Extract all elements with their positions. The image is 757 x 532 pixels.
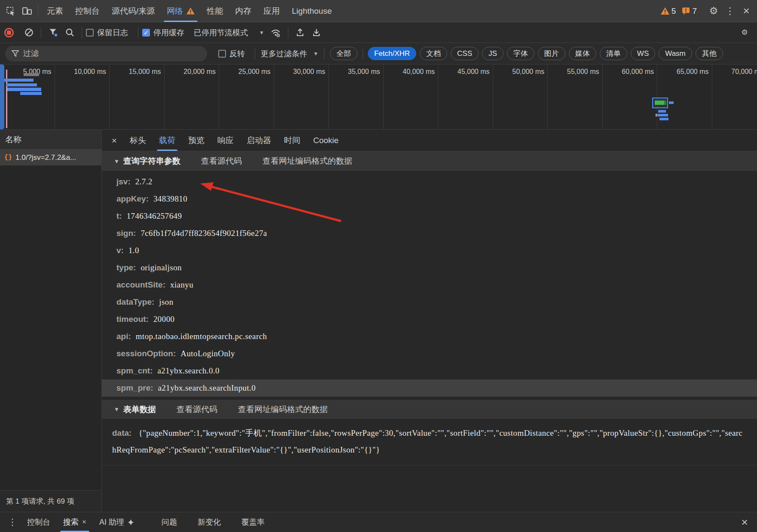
devtools-panel-tab[interactable]: 性能 [201, 0, 229, 22]
close-detail-pane-icon[interactable]: × [105, 130, 123, 151]
throttling-select[interactable]: 已停用节流模式 ▼ [194, 28, 264, 38]
timeline-tick-label: 20,000 ms [183, 68, 216, 75]
invert-label: 反转 [229, 49, 245, 59]
overview-event-marker [656, 114, 657, 116]
drawer-tab-coverage[interactable]: 覆盖率 [235, 512, 271, 532]
param-key: appKey: [116, 194, 149, 204]
import-har-icon[interactable] [292, 28, 308, 37]
param-value: mtop.taobao.idlemtopsearch.pc.search [136, 332, 267, 341]
export-har-icon[interactable] [308, 28, 325, 37]
filter-input-pill [5, 46, 207, 61]
disable-cache-checkbox[interactable]: ✓ [142, 29, 150, 37]
request-detail-tab[interactable]: 响应 [211, 130, 240, 151]
resource-type-chip[interactable]: 图片 [538, 47, 565, 60]
param-key: api: [116, 332, 131, 341]
inspect-element-icon[interactable] [3, 0, 19, 22]
resource-type-chip[interactable]: JS [482, 47, 504, 60]
param-row[interactable]: type: originaljson [102, 259, 757, 276]
resource-type-chip[interactable]: Wasm [659, 47, 692, 60]
param-row[interactable]: t: 1746346257649 [102, 208, 757, 225]
query-string-section-header: ▼ 查询字符串参数 查看源代码 查看网址编码格式的数据 [102, 151, 757, 171]
param-key: data: [112, 428, 131, 437]
more-tools-kebab-icon[interactable]: ⋮ [4, 512, 21, 532]
preserve-log-checkbox[interactable] [86, 29, 94, 37]
view-url-encoded-link[interactable]: 查看网址编码格式的数据 [238, 404, 328, 415]
close-devtools-icon[interactable]: × [738, 4, 754, 18]
tab-label: 元素 [47, 6, 63, 17]
network-overview-timeline[interactable]: 5,000 ms 10,000 ms 15,000 ms 20,000 ms 2… [0, 64, 757, 130]
search-network-icon[interactable] [61, 28, 78, 37]
issues-badge[interactable]: 7 [682, 6, 697, 16]
resource-type-chip[interactable]: CSS [451, 47, 479, 60]
console-warnings-badge[interactable]: 5 [661, 6, 676, 16]
param-key: timeout: [116, 315, 149, 324]
resource-type-chip[interactable]: 字体 [507, 47, 534, 60]
query-string-section-title[interactable]: ▼ 查询字符串参数 [114, 156, 180, 167]
request-detail-tab[interactable]: 时间 [278, 130, 307, 151]
network-conditions-icon[interactable] [268, 28, 284, 37]
close-drawer-icon[interactable]: × [736, 512, 753, 532]
device-toolbar-icon[interactable] [19, 0, 35, 22]
request-list-name-column-header[interactable]: 名称 [0, 130, 101, 150]
param-row[interactable]: jsv: 2.7.2 [102, 173, 757, 190]
param-row[interactable]: appKey: 34839810 [102, 190, 757, 208]
resource-type-chip[interactable]: Fetch/XHR [368, 47, 416, 60]
invert-filter-checkbox[interactable] [218, 50, 226, 58]
filter-toggle-icon[interactable] [45, 28, 61, 37]
resource-type-chip[interactable]: 其他 [696, 47, 723, 60]
request-detail-tab[interactable]: 标头 [123, 130, 153, 151]
record-network-log-button[interactable] [4, 28, 14, 37]
request-detail-tab[interactable]: 载荷 [153, 130, 182, 151]
request-detail-tab[interactable]: 启动器 [240, 130, 278, 151]
param-row[interactable]: sign: 7c6fb1f7d4d7ff823654f9021f56e27a [102, 225, 757, 242]
param-row[interactable]: v: 1.0 [102, 242, 757, 259]
param-value: a21ybx.search.searchInput.0 [158, 383, 256, 393]
form-data-row[interactable]: data: {"pageNumber":1,"keyword":"手机","fr… [102, 419, 757, 465]
param-row[interactable]: dataType: json [102, 294, 757, 311]
view-url-encoded-link[interactable]: 查看网址编码格式的数据 [263, 156, 352, 167]
devtools-panel-tab[interactable]: 控制台 [69, 0, 106, 22]
param-row[interactable]: accountSite: xianyu [102, 276, 757, 294]
clear-network-log-icon[interactable] [21, 28, 37, 37]
request-list-pane: 名称 {} 1.0/?jsv=2.7.2&a... 第 1 项请求, 共 69 … [0, 130, 102, 512]
request-detail-tab[interactable]: Cookie [307, 130, 345, 151]
view-source-link[interactable]: 查看源代码 [201, 156, 242, 167]
request-row-selected[interactable]: {} 1.0/?jsv=2.7.2&a... [0, 150, 101, 165]
devtools-panel-tab[interactable]: 应用 [257, 0, 286, 22]
param-row[interactable]: timeout: 20000 [102, 311, 757, 328]
devtools-panel-tab[interactable]: 内存 [229, 0, 257, 22]
view-source-link[interactable]: 查看源代码 [177, 404, 217, 415]
param-row[interactable]: sessionOption: AutoLoginOnly [102, 345, 757, 362]
param-key: spm_pre: [116, 383, 153, 393]
close-search-tab-icon[interactable]: × [82, 518, 86, 526]
network-settings-gear-icon[interactable]: ⚙ [736, 28, 753, 37]
more-filters-dropdown[interactable]: 更多过滤条件 ▼ [261, 49, 318, 59]
param-row[interactable]: spm_cnt: a21ybx.search.0.0 [102, 362, 757, 379]
drawer-tab-changes[interactable]: 新变化 [191, 512, 227, 532]
settings-gear-icon[interactable]: ⚙ [705, 5, 722, 17]
resource-type-chip[interactable]: 文档 [420, 47, 447, 60]
drawer-tab-ai-assistant[interactable]: AI 助理 [93, 512, 140, 532]
overview-range-handle[interactable] [0, 64, 4, 129]
param-row[interactable]: api: mtop.taobao.idlemtopsearch.pc.searc… [102, 328, 757, 345]
devtools-panel-tab[interactable]: 源代码/来源 [106, 0, 161, 22]
drawer-tab-issues[interactable]: 问题 [155, 512, 183, 532]
drawer-tab-console[interactable]: 控制台 [21, 512, 57, 532]
form-data-section-title[interactable]: ▼ 表单数据 [114, 404, 156, 415]
request-detail-tab[interactable]: 预览 [182, 130, 211, 151]
timeline-tick: 70,000 ms [712, 64, 757, 129]
resource-type-chip[interactable]: 全部 [330, 47, 357, 60]
tab-label: Lighthouse [292, 6, 332, 16]
filter-input[interactable] [23, 49, 201, 58]
devtools-panel-tab[interactable]: Lighthouse [286, 0, 338, 22]
devtools-panel-tab[interactable]: 网络 [161, 0, 201, 22]
param-key: jsv: [116, 177, 131, 187]
drawer-tab-search[interactable]: 搜索 × [57, 512, 93, 532]
more-options-kebab-icon[interactable]: ⋮ [722, 6, 738, 17]
resource-type-chip[interactable]: 清单 [600, 47, 627, 60]
resource-type-chip[interactable]: WS [631, 47, 655, 60]
param-row[interactable]: spm_pre: a21ybx.search.searchInput.0 [102, 379, 757, 397]
param-value: json [159, 297, 173, 307]
devtools-panel-tab[interactable]: 元素 [41, 0, 69, 22]
resource-type-chip[interactable]: 媒体 [569, 47, 596, 60]
